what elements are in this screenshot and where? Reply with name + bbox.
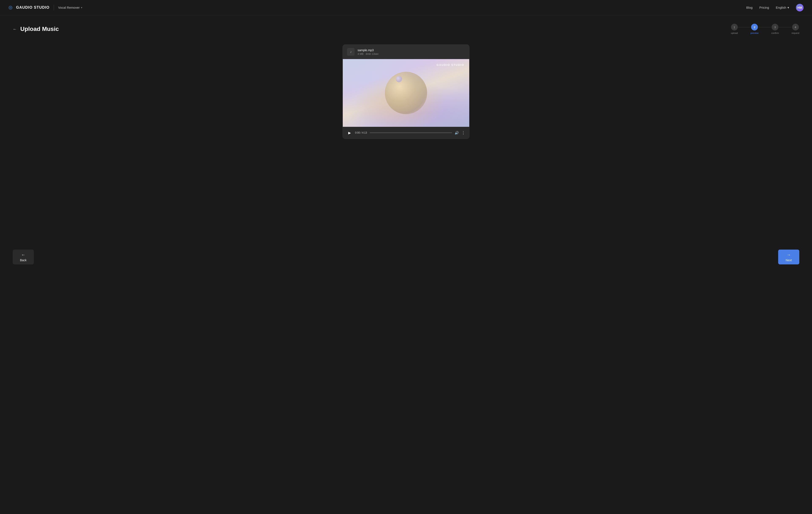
navbar: ◎ GAUDIO STUDIO Vocal Remover ▾ Blog Pri…	[0, 0, 812, 15]
player-container: ♪ sample.mp3 4 MB 4min 13sec GAUDIO STUD…	[343, 45, 469, 139]
step-2-label: preview	[751, 32, 758, 34]
navbar-right: Blog Pricing English ▾ HM	[746, 4, 804, 11]
step-1: 1 upload	[731, 24, 738, 34]
music-note-icon: ♪	[350, 50, 352, 54]
step-2-circle: 2	[751, 24, 758, 30]
page-back-arrow[interactable]: ←	[13, 27, 17, 31]
blog-link[interactable]: Blog	[746, 6, 753, 9]
page-title: Upload Music	[20, 26, 59, 32]
step-1-label: upload	[731, 32, 738, 34]
sphere-main	[385, 72, 427, 114]
step-4-label: request	[791, 32, 799, 34]
music-icon-wrapper: ♪	[347, 48, 355, 56]
more-options-button[interactable]: ⋮	[461, 130, 465, 135]
play-icon: ▶	[348, 131, 351, 135]
sphere-small	[396, 76, 402, 82]
file-meta: 4 MB 4min 13sec	[357, 53, 378, 55]
step-indicator: 1 upload 2 preview 3 confirm	[731, 24, 799, 34]
time-display: 0:00 / 4:13	[355, 131, 367, 134]
logo-icon: ◎	[8, 5, 14, 10]
main-content: ← Upload Music 1 upload 2 preview	[0, 15, 812, 147]
user-avatar[interactable]: HM	[796, 4, 804, 11]
logo: ◎ GAUDIO STUDIO	[8, 5, 50, 10]
album-art: GAUDIO STUDIO	[343, 59, 469, 127]
more-icon: ⋮	[461, 130, 465, 135]
next-nav-label: Next	[786, 259, 792, 262]
page-header: ← Upload Music 1 upload 2 preview	[13, 24, 799, 34]
file-info-bar: ♪ sample.mp3 4 MB 4min 13sec	[343, 45, 469, 59]
step-2: 2 preview	[751, 24, 758, 34]
file-name: sample.mp3	[357, 49, 378, 52]
step-line-1	[738, 27, 751, 27]
watermark-text: GAUDIO STUDIO	[436, 63, 464, 66]
back-nav-arrow: ←	[21, 252, 25, 257]
step-line-3	[779, 27, 791, 27]
language-selector[interactable]: English ▾	[776, 6, 789, 9]
progress-bar[interactable]	[370, 132, 452, 133]
page-title-area: ← Upload Music	[13, 26, 59, 32]
volume-icon: 🔊	[455, 131, 459, 135]
navbar-left: ◎ GAUDIO STUDIO Vocal Remover ▾	[8, 5, 82, 10]
play-button[interactable]: ▶	[347, 130, 352, 136]
next-nav-button[interactable]: → Next	[778, 250, 799, 264]
language-label: English	[776, 6, 786, 9]
step-4-circle: 4	[792, 24, 799, 30]
logo-text: GAUDIO STUDIO	[16, 5, 50, 10]
back-nav-label: Back	[20, 259, 26, 262]
nav-divider	[54, 5, 54, 10]
step-4: 4 request	[791, 24, 799, 34]
back-nav-button[interactable]: ← Back	[13, 250, 34, 264]
video-controls: ▶ 0:00 / 4:13 🔊 ⋮	[343, 127, 469, 139]
vocal-remover-selector[interactable]: Vocal Remover ▾	[58, 6, 82, 9]
volume-button[interactable]: 🔊	[455, 131, 459, 135]
language-chevron: ▾	[787, 6, 789, 9]
vocal-remover-label: Vocal Remover	[58, 6, 80, 9]
step-3-circle: 3	[772, 24, 778, 30]
file-details: sample.mp3 4 MB 4min 13sec	[357, 49, 378, 55]
vocal-remover-chevron: ▾	[81, 6, 82, 9]
next-nav-arrow: →	[787, 252, 791, 257]
step-3: 3 confirm	[771, 24, 779, 34]
step-1-circle: 1	[731, 24, 738, 30]
step-3-label: confirm	[771, 32, 779, 34]
step-line-2	[758, 27, 771, 27]
pricing-link[interactable]: Pricing	[759, 6, 769, 9]
